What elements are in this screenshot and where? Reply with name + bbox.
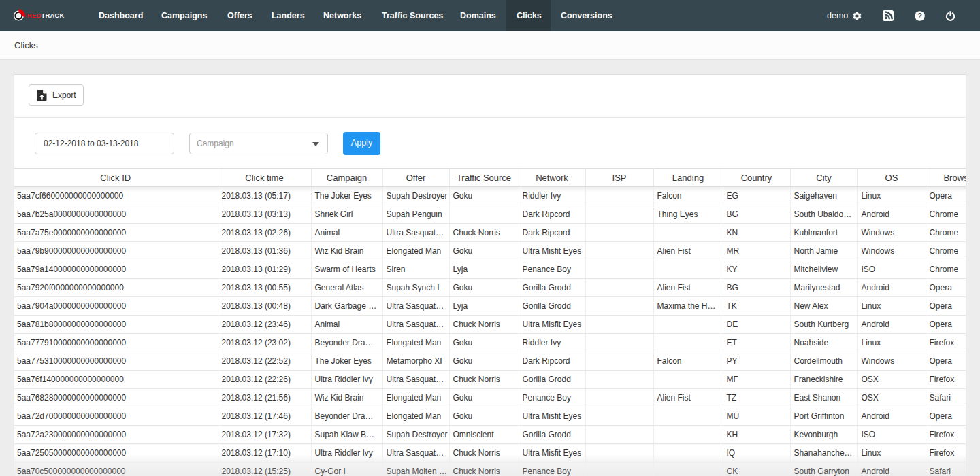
svg-text:?: ? [917,12,922,20]
